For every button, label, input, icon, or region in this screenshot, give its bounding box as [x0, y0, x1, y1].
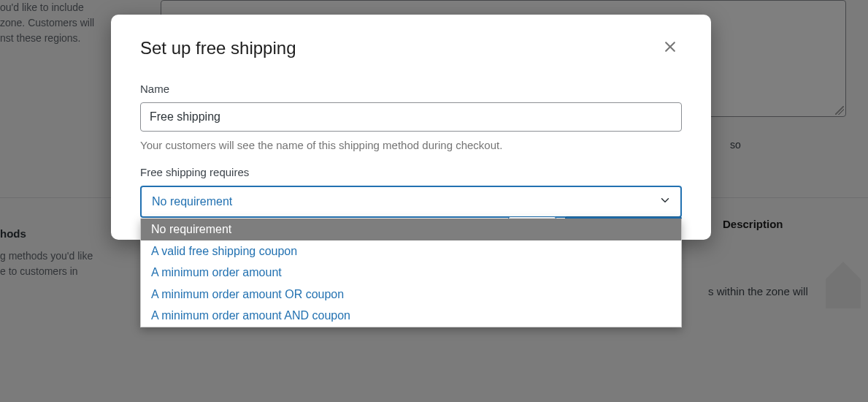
name-field-group: Name Your customers will see the name of…: [140, 83, 682, 151]
requires-selected-value: No requirement: [152, 195, 232, 208]
option-valid-coupon[interactable]: A valid free shipping coupon: [141, 240, 681, 262]
name-label: Name: [140, 83, 682, 95]
option-no-requirement[interactable]: No requirement: [141, 219, 681, 240]
requires-dropdown: No requirement A valid free shipping cou…: [140, 219, 682, 327]
free-shipping-modal: Set up free shipping Name Your customers…: [111, 15, 711, 240]
option-min-or-coupon[interactable]: A minimum order amount OR coupon: [141, 284, 681, 306]
requires-select[interactable]: No requirement: [140, 186, 682, 218]
requires-label: Free shipping requires: [140, 166, 682, 178]
close-button[interactable]: [658, 35, 682, 61]
name-input[interactable]: [140, 102, 682, 132]
close-icon: [663, 39, 677, 56]
option-min-and-coupon[interactable]: A minimum order amount AND coupon: [141, 305, 681, 327]
modal-title: Set up free shipping: [140, 38, 296, 58]
option-min-amount[interactable]: A minimum order amount: [141, 262, 681, 284]
name-help-text: Your customers will see the name of this…: [140, 139, 682, 151]
requires-field-group: Free shipping requires No requirement No…: [140, 166, 682, 218]
